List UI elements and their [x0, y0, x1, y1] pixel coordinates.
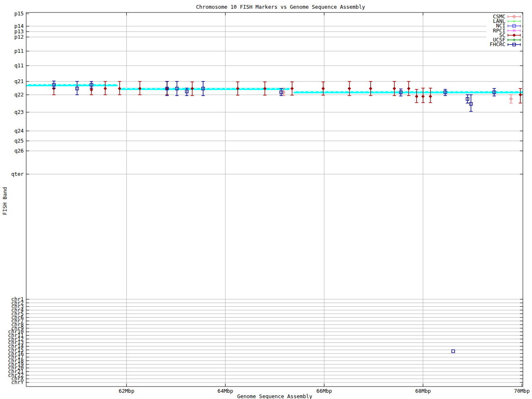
y-tick-label: q25	[14, 138, 24, 144]
sc-point	[407, 81, 410, 96]
sc-point	[369, 81, 372, 96]
x-tick-label: 62Mbp	[119, 388, 135, 394]
sc-point	[421, 88, 425, 103]
y-tick-label: q26	[14, 148, 24, 154]
y-tick-label: q11	[14, 62, 24, 69]
sc-point	[291, 82, 294, 95]
y-tick-label: p11	[14, 48, 24, 54]
sc-point	[191, 82, 194, 96]
assembly-track-segment	[293, 92, 523, 93]
sc-point	[393, 81, 396, 96]
sc-point	[236, 82, 239, 95]
plot-area: p15p14p13p12p11q11q21q22q23q24q25q26qter…	[0, 0, 532, 399]
fhcrc-point	[466, 95, 469, 103]
x-tick-label: 70Mbp	[514, 388, 530, 394]
x-tick-label: 68Mbp	[415, 388, 431, 394]
y-tick-label: q23	[14, 109, 24, 115]
x-tick-label: 64Mbp	[217, 388, 233, 394]
y-tick-label: qter	[11, 171, 24, 177]
y-tick-label: p15	[14, 10, 24, 17]
sc-point	[118, 81, 121, 95]
y-tick-label: q24	[14, 128, 24, 134]
sc-point	[138, 81, 141, 95]
x-tick-label: 66Mbp	[316, 388, 332, 394]
legend-label: FHCRC	[490, 41, 505, 47]
y-tick-label: chrY	[11, 379, 24, 385]
fhcrc-point	[469, 95, 473, 111]
sc-point	[519, 89, 522, 103]
sc-point	[429, 88, 432, 103]
sc-point	[90, 88, 93, 95]
fhcrc-point	[90, 81, 93, 88]
y-tick-label: q21	[14, 78, 24, 84]
chart-canvas: Chromosome 10 FISH Markers vs Genome Seq…	[0, 0, 532, 399]
sc-point	[103, 81, 107, 95]
y-tick-label: q22	[14, 91, 24, 98]
fhcrc-point	[452, 350, 455, 353]
csmc-point	[509, 95, 512, 103]
plot-border	[26, 12, 523, 387]
sc-point	[348, 81, 351, 96]
sc-point	[263, 82, 266, 95]
assembly-track-segment	[26, 85, 118, 86]
fhcrc-point	[52, 81, 56, 88]
y-tick-label: p12	[14, 34, 24, 40]
fhcrc-point	[75, 81, 79, 95]
